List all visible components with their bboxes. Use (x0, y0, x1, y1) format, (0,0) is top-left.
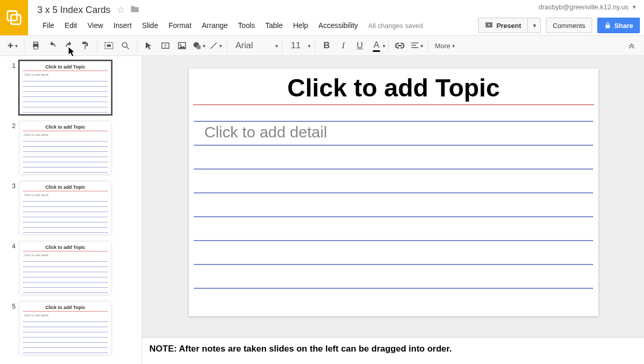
filmstrip[interactable]: 1Click to add TopicClick to add detail2C… (0, 56, 142, 364)
new-slide-button[interactable]: +▾ (5, 38, 20, 53)
text-box-tool[interactable]: T (158, 38, 173, 53)
menu-table[interactable]: Table (260, 19, 288, 32)
separator (428, 39, 428, 52)
menubar: File Edit View Insert Slide Format Arran… (37, 18, 644, 33)
canvas-area[interactable]: Click to add Topic Click to add detail N… (142, 56, 644, 364)
menu-slide[interactable]: Slide (137, 19, 163, 32)
present-button[interactable]: Present (478, 18, 528, 33)
undo-button[interactable] (45, 38, 60, 53)
folder-icon[interactable] (130, 5, 139, 15)
more-button[interactable]: More▾ (432, 38, 457, 53)
thumb-red-rule (23, 251, 108, 251)
blue-rule (194, 288, 593, 289)
thumb-row: 3Click to add TopicClick to add detail (7, 181, 134, 234)
paint-format-button[interactable] (78, 38, 93, 53)
account-menu[interactable]: drasbyb@greenville.k12.ny.us ▼ (539, 3, 637, 11)
menu-edit[interactable]: Edit (60, 19, 82, 32)
thumb-number: 2 (7, 121, 20, 174)
print-button[interactable] (29, 38, 43, 53)
toolbar: +▾ T ▾ ▾ Arial▾ 11▾ B I U A▾ ▾ More▾ (0, 35, 644, 56)
thumb-red-rule (23, 131, 108, 131)
svg-rect-4 (606, 25, 610, 28)
thumb-topic: Click to add Topic (23, 305, 108, 310)
zoom-button[interactable] (118, 38, 133, 53)
italic-button[interactable]: I (336, 38, 351, 53)
present-label: Present (496, 22, 521, 30)
menu-format[interactable]: Format (163, 19, 197, 32)
thumb-rules (23, 201, 108, 233)
document-title[interactable]: 3 x 5 Index Cards (37, 5, 110, 16)
image-tool[interactable] (175, 38, 189, 53)
lock-icon (604, 22, 611, 29)
thumb-row: 5Click to add TopicClick to add detail (7, 302, 134, 355)
svg-point-11 (122, 43, 127, 47)
thumb-row: 2Click to add TopicClick to add detail (7, 121, 134, 174)
separator (24, 39, 24, 52)
blue-rule (194, 240, 593, 241)
blue-rule (194, 145, 593, 146)
bold-button[interactable]: B (319, 38, 334, 53)
redo-button[interactable] (62, 38, 76, 53)
line-tool[interactable]: ▾ (208, 38, 222, 53)
slide-thumbnail[interactable]: Click to add TopicClick to add detail (20, 302, 111, 355)
thumb-red-rule (23, 311, 108, 312)
slide-thumbnail[interactable]: Click to add TopicClick to add detail (20, 181, 111, 234)
save-status: All changes saved (368, 22, 423, 30)
menu-accessibility[interactable]: Accessibility (313, 19, 363, 32)
thumb-rules (23, 141, 108, 173)
shape-tool[interactable]: ▾ (191, 38, 206, 53)
slide-thumbnail[interactable]: Click to add TopicClick to add detail (20, 121, 111, 174)
svg-text:T: T (164, 44, 167, 49)
thumb-number: 1 (7, 61, 20, 114)
menu-arrange[interactable]: Arrange (197, 19, 233, 32)
blue-rule (194, 169, 593, 170)
menu-help[interactable]: Help (288, 19, 313, 32)
blue-rule (194, 192, 593, 193)
speaker-notes[interactable]: NOTE: After notes are taken slides on th… (142, 337, 644, 364)
slide-thumbnail[interactable]: Click to add TopicClick to add detail (20, 61, 111, 114)
thumb-number: 5 (7, 302, 20, 355)
more-label: More (435, 42, 451, 50)
font-size-select[interactable]: 11▾ (287, 38, 311, 53)
red-rule (193, 104, 594, 105)
present-dropdown[interactable]: ▼ (528, 18, 541, 33)
align-button[interactable]: ▾ (409, 38, 424, 53)
slide-thumbnail[interactable]: Click to add TopicClick to add detail (20, 242, 111, 295)
notes-text: NOTE: After notes are taken slides on th… (149, 344, 452, 354)
separator (282, 39, 283, 52)
thumb-topic: Click to add Topic (23, 124, 108, 130)
separator (137, 39, 137, 52)
svg-marker-18 (179, 46, 185, 48)
blue-rule (194, 216, 593, 217)
star-icon[interactable]: ☆ (117, 4, 125, 16)
link-button[interactable] (393, 38, 407, 53)
thumb-number: 3 (7, 181, 20, 234)
underline-button[interactable]: U (353, 38, 367, 53)
comments-label: Comments (553, 22, 585, 30)
share-button[interactable]: Share (597, 18, 640, 33)
app-logo[interactable] (0, 0, 28, 35)
svg-rect-6 (34, 42, 38, 44)
menu-tools[interactable]: Tools (233, 19, 260, 32)
comments-button[interactable]: Comments (546, 18, 592, 33)
separator (97, 39, 97, 52)
select-tool[interactable] (142, 38, 156, 53)
svg-rect-20 (197, 45, 201, 49)
thumb-detail: Click to add detail (23, 314, 108, 317)
slide-detail-placeholder[interactable]: Click to add detail (204, 123, 327, 141)
svg-marker-13 (146, 42, 151, 49)
thumb-detail: Click to add detail (23, 254, 108, 257)
zoom-fit-button[interactable] (102, 38, 116, 53)
font-select[interactable]: Arial▾ (231, 38, 278, 53)
separator (227, 39, 227, 52)
menu-view[interactable]: View (82, 19, 108, 32)
chevron-down-icon: ▼ (632, 4, 637, 10)
menu-file[interactable]: File (37, 19, 60, 32)
text-color-button[interactable]: A▾ (369, 38, 384, 53)
menu-insert[interactable]: Insert (108, 19, 137, 32)
svg-rect-10 (107, 45, 111, 47)
thumb-topic: Click to add Topic (23, 185, 108, 190)
slide[interactable]: Click to add Topic Click to add detail (189, 68, 598, 316)
collapse-toolbar-button[interactable] (624, 38, 639, 53)
slide-title-placeholder[interactable]: Click to add Topic (189, 74, 598, 102)
